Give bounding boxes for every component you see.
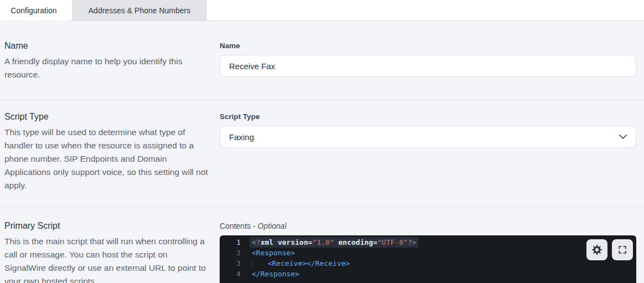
name-input[interactable] <box>220 55 636 77</box>
script-type-select[interactable]: Faxing <box>220 126 636 148</box>
chevron-down-icon <box>619 135 627 140</box>
code-line: 2<Response> <box>220 248 636 258</box>
code-line: 3 <Receive></Receive> <box>220 258 636 269</box>
editor-fullscreen-button[interactable] <box>612 239 633 260</box>
script-type-section-heading: Script Type <box>4 112 220 122</box>
script-type-section-description: This type will be used to determine what… <box>4 126 208 192</box>
primary-script-section-heading: Primary Script <box>4 221 220 231</box>
section-name: Name A friendly display name to help you… <box>0 21 644 100</box>
fullscreen-icon <box>617 244 628 255</box>
primary-script-section-description: This is the main script that will run wh… <box>4 235 208 283</box>
name-section-heading: Name <box>4 41 220 51</box>
name-section-description: A friendly display name to help you iden… <box>4 55 208 81</box>
script-type-field-label: Script Type <box>220 112 636 121</box>
script-type-selected-value: Faxing <box>229 132 254 142</box>
section-primary-script: Primary Script This is the main script t… <box>0 208 644 283</box>
code-editor[interactable]: 1<?xml version="1.0" encoding="UTF-8"?>2… <box>220 235 636 283</box>
contents-field-label: Contents -Optional <box>220 222 636 230</box>
section-script-type: Script Type This type will be used to de… <box>0 100 644 208</box>
gear-icon <box>591 244 603 256</box>
tab-bar: Configuration Addresses & Phone Numbers <box>0 0 644 21</box>
editor-settings-button[interactable] <box>586 239 607 260</box>
code-line: 4</Response> <box>220 269 636 279</box>
editor-toolbar <box>586 239 633 260</box>
tab-addresses-phone-numbers[interactable]: Addresses & Phone Numbers <box>72 0 207 20</box>
code-lines: 1<?xml version="1.0" encoding="UTF-8"?>2… <box>220 237 636 279</box>
name-field-label: Name <box>220 42 636 50</box>
resource-configuration-page: Configuration Addresses & Phone Numbers … <box>0 0 644 283</box>
optional-hint: Optional <box>258 222 287 230</box>
tab-configuration[interactable]: Configuration <box>0 0 67 21</box>
code-line: 1<?xml version="1.0" encoding="UTF-8"?> <box>220 237 636 248</box>
